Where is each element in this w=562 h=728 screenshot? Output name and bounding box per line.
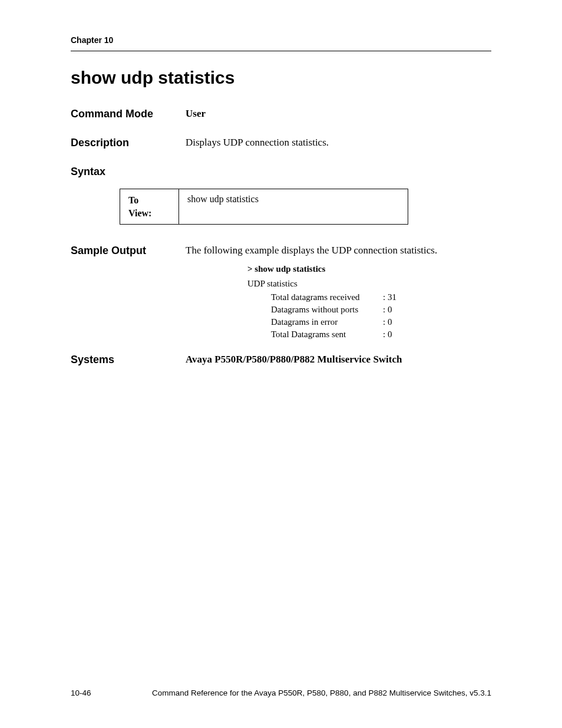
value-sample-output-intro: The following example displays the UDP c… [186,245,491,256]
sample-output-header-line: UDP statistics [247,279,491,289]
value-description: Displays UDP connection statistics. [186,137,491,149]
row-syntax: Syntax To View: show udp statistics [71,166,491,225]
row-description: Description Displays UDP connection stat… [71,137,491,149]
label-description: Description [71,137,186,149]
page-title: show udp statistics [71,68,491,88]
sample-stat-value: : 0 [383,330,491,340]
row-systems: Systems Avaya P550R/P580/P880/P882 Multi… [71,354,491,366]
sample-stat-row: Total Datagrams sent : 0 [271,330,491,340]
sample-stat-label: Datagrams without ports [271,305,383,315]
footer-page-number: 10-46 [71,689,91,697]
value-systems: Avaya P550R/P580/P880/P882 Multiservice … [186,354,491,365]
sample-stat-label: Total datagrams received [271,292,383,302]
sample-stat-value: : 0 [383,317,491,327]
sample-output-command: > show udp statistics [247,264,491,274]
label-sample-output: Sample Output [71,245,186,257]
sample-stat-label: Datagrams in error [271,317,383,327]
syntax-table: To View: show udp statistics [120,189,408,225]
sample-stat-label: Total Datagrams sent [271,330,383,340]
value-command-mode: User [186,108,491,120]
sample-stat-value: : 31 [383,292,491,302]
footer-doc-title: Command Reference for the Avaya P550R, P… [152,689,491,697]
sample-stat-row: Datagrams without ports : 0 [271,305,491,315]
label-systems: Systems [71,354,186,366]
sample-stat-row: Datagrams in error : 0 [271,317,491,327]
sample-output-block: > show udp statistics UDP statistics Tot… [247,264,491,340]
row-command-mode: Command Mode User [71,108,491,120]
syntax-view: View: [128,208,151,218]
sample-stat-value: : 0 [383,305,491,315]
chapter-header: Chapter 10 [71,35,491,51]
sample-stat-row: Total datagrams received : 31 [271,292,491,302]
label-command-mode: Command Mode [71,108,186,120]
syntax-table-value-cell: show udp statistics [179,189,408,224]
row-sample-output: Sample Output The following example disp… [71,245,491,257]
syntax-to: To [128,195,138,205]
label-syntax: Syntax [71,166,186,178]
syntax-table-header-cell: To View: [120,189,179,224]
page-footer: 10-46 Command Reference for the Avaya P5… [71,689,491,697]
